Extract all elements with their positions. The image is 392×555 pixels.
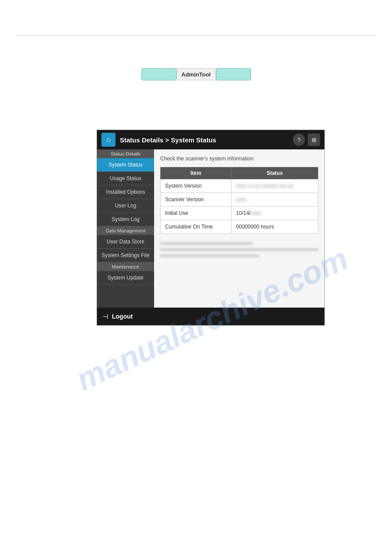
table-row: Cumulative On Time 00000000 hours [161,220,318,234]
sidebar-item-user-data-store[interactable]: User Data Store [97,235,154,249]
row-item-cumulative-on-time: Cumulative On Time [161,220,232,234]
main-panel: ⌂ Status Details > System Status ? ⊞ Sta… [97,130,325,326]
table-header-status: Status [231,167,318,179]
top-navigation: AdminTool [0,68,392,80]
content-description: Check the scanner's system information. [160,156,318,162]
content-area: Check the scanner's system information. … [154,149,324,308]
table-row: Scanner Version xxxx [161,193,318,207]
row-status-scanner-version: xxxx [231,193,318,207]
sidebar-section-maintenance: Maintenance [97,262,154,271]
sidebar-section-status-details: Status Details [97,149,154,158]
footer-line-2: xxxxxxxxxxxxxxxxxxxxxxxxxxxxxxxxxxxxxxxx… [160,247,318,252]
table-row: System Version xxxx xx xx xxxxxx xxx xx [161,179,318,193]
sidebar-item-installed-options[interactable]: Installed Options [97,185,154,199]
footer-line-3: xxxxxxxxxxxxxxxxxxxxxxxxxxxxxxxxxxxxxxxx… [160,253,318,258]
sidebar-item-system-update[interactable]: System Update [97,271,154,285]
nav-left-button[interactable] [141,68,176,80]
footer-line-1: xxxxxxxxxxxxxxxxxxxxxxxxxxxxxxxxxxxxxxxx… [160,241,318,246]
admin-tool-label: AdminTool [176,68,216,80]
help-icon[interactable]: ? [293,134,305,146]
sidebar-item-system-settings-file[interactable]: System Settings File [97,249,154,262]
header-icons: ? ⊞ [293,134,320,146]
logout-label: Logout [112,313,133,320]
row-item-system-version: System Version [161,179,232,193]
sidebar-item-user-log[interactable]: User Log [97,199,154,213]
panel-body: Status Details System Status Usage Statu… [97,149,324,308]
table-header-item: Item [161,167,232,179]
row-item-scanner-version: Scanner Version [161,193,232,207]
status-table: Item Status System Version xxxx xx xx xx… [160,167,318,234]
row-status-cumulative-on-time: 00000000 hours [231,220,318,234]
sidebar-section-data-management: Data Management [97,226,154,235]
panel-title: Status Details > System Status [120,136,288,144]
home-icon[interactable]: ⌂ [101,133,115,147]
sidebar-item-system-status[interactable]: System Status [97,158,154,172]
sidebar-item-system-log[interactable]: System Log [97,213,154,226]
row-status-initial-use: 10/14/xxxx [231,207,318,220]
top-divider [18,35,374,36]
logout-icon: ⊣ [102,312,108,321]
sidebar: Status Details System Status Usage Statu… [97,149,154,308]
row-status-system-version: xxxx xx xx xxxxxx xxx xx [231,179,318,193]
row-item-initial-use: Initial Use [161,207,232,220]
table-row: Initial Use 10/14/xxxx [161,207,318,220]
grid-icon[interactable]: ⊞ [308,134,320,146]
logout-bar[interactable]: ⊣ Logout [97,308,324,325]
nav-right-button[interactable] [216,68,251,80]
footer-notes: xxxxxxxxxxxxxxxxxxxxxxxxxxxxxxxxxxxxxxxx… [160,238,318,262]
panel-header: ⌂ Status Details > System Status ? ⊞ [97,130,324,149]
sidebar-item-usage-status[interactable]: Usage Status [97,172,154,185]
